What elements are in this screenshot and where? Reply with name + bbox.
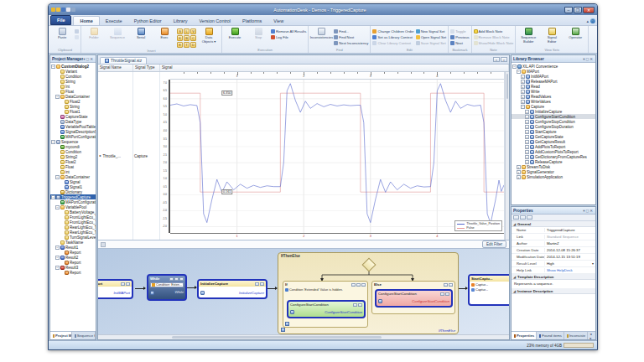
open-icon[interactable]: [56, 8, 60, 12]
next-inconsistency-button[interactable]: Next Inconsistency: [334, 40, 368, 45]
paste-button[interactable]: Paste: [51, 27, 73, 40]
tree-expander-icon[interactable]: +: [517, 170, 521, 174]
tree-expander-icon[interactable]: +: [521, 90, 525, 94]
tree-expander-icon[interactable]: −: [55, 246, 60, 250]
ribbon-tab-view[interactable]: View: [267, 17, 289, 25]
property-row-name[interactable]: NameTriggeredCapture: [512, 227, 595, 234]
plot-area[interactable]: 6.3500.161 Throttle_Valve_PositionPulse: [170, 80, 504, 233]
block-button-icon[interactable]: [353, 303, 357, 307]
tree-expander-icon[interactable]: +: [525, 125, 529, 129]
pane-minimize-icon[interactable]: ▫: [493, 57, 500, 62]
tree-expander-icon[interactable]: +: [525, 150, 529, 154]
tree-expander-icon[interactable]: +: [517, 175, 521, 179]
tile-c-button[interactable]: C: [190, 35, 196, 41]
plot-vertical-scrollbar[interactable]: [505, 72, 509, 240]
copy-button[interactable]: [75, 34, 79, 39]
inconsistencies-button[interactable]: Inconsistencies: [310, 27, 332, 40]
document-tab[interactable]: ThrottleSignal.stz: [100, 57, 147, 64]
tree-expander-icon[interactable]: −: [55, 95, 60, 99]
set-as-library-context-button[interactable]: Set as Library Context: [372, 34, 413, 39]
ribbon-tab-library[interactable]: Library: [168, 17, 194, 25]
flow-block-while[interactable]: While Condition: Exten... While: [147, 274, 187, 301]
ribbon-tab-python-editor[interactable]: Python Editor: [128, 17, 168, 25]
block-button-icon[interactable]: [444, 283, 448, 287]
property-row-author[interactable]: AuthorMartinZ: [512, 240, 595, 247]
column-signal[interactable]: Signal: [160, 65, 509, 71]
block-button-icon[interactable]: [361, 283, 366, 287]
tile-t-button[interactable]: T: [184, 42, 190, 48]
property-value[interactable]: Show HelpDesk: [545, 268, 595, 272]
remove-all-results-button[interactable]: Remove All Results: [271, 28, 306, 34]
tree-expander-icon[interactable]: +: [521, 95, 525, 99]
bottom-tab-sequence-hierarchy[interactable]: Sequence Hierarchy: [72, 332, 96, 339]
block-button-icon[interactable]: [449, 283, 453, 287]
title-bar[interactable]: AutomationDesk - Demos - TriggeredCaptur…: [49, 4, 597, 15]
tree-expander-icon[interactable]: +: [525, 160, 529, 164]
property-row-creation-date[interactable]: Creation Date2014-12-08 15:26:37: [512, 247, 595, 254]
save-icon[interactable]: [51, 8, 55, 12]
project-tree-item-triggeredcapture[interactable]: −TriggeredCapture: [50, 194, 96, 199]
tree-expander-icon[interactable]: +: [525, 120, 529, 124]
flow-block-configurestartcondition-if[interactable]: ConfigureStartCondition ConfigureStartCo…: [287, 300, 366, 318]
property-row-result-level[interactable]: Result LevelHigh: [512, 261, 595, 267]
tile-v-button[interactable]: V: [190, 28, 196, 34]
tile-b-button[interactable]: B: [184, 35, 190, 41]
tree-expander-icon[interactable]: −: [512, 65, 517, 69]
tree-expander-icon[interactable]: +: [521, 80, 525, 84]
project-tree-item-variablepooltable[interactable]: VariablePoolTable: [50, 124, 96, 129]
quick-access-toolbar[interactable]: [51, 8, 75, 12]
tree-expander-icon[interactable]: +: [525, 135, 529, 139]
tile-l-button[interactable]: L: [184, 28, 190, 34]
property-value[interactable]: High: [545, 261, 595, 266]
project-tree-item-customdialog2[interactable]: −CustomDialog2: [50, 64, 96, 69]
plot-ruler[interactable]: 1234: [170, 72, 504, 80]
column-signal-name[interactable]: Signal Name: [98, 65, 133, 71]
bottom-tab-project-manager[interactable]: Project Manager: [50, 332, 72, 339]
serial-button[interactable]: Serial: [130, 27, 152, 40]
help-icon[interactable]: ?: [590, 18, 595, 23]
block-button-icon[interactable]: [121, 282, 125, 286]
project-tree-item-datacontainer[interactable]: −DataContainer: [50, 94, 96, 99]
flow-branch-if[interactable]: If Condition 'Extended' Value is hidden.…: [283, 281, 368, 328]
project-tree-item-signaldescriptionset[interactable]: SignalDescriptionSet: [50, 129, 96, 134]
close-button[interactable]: ✕: [583, 7, 595, 13]
next-button[interactable]: Next: [450, 40, 469, 45]
ribbon-tab-home[interactable]: Home: [73, 16, 99, 25]
collapse-ribbon-icon[interactable]: ▴: [586, 18, 589, 23]
flow-block-startcapture[interactable]: StartCaptu... Captur...Captur...: [468, 274, 509, 306]
flow-block-configurestartcondition-else[interactable]: ConfigureStartCondition ConfigureStartCo…: [375, 289, 453, 308]
tree-expander-icon[interactable]: −: [55, 256, 60, 260]
categorize-icon[interactable]: [513, 215, 519, 220]
signal-row-name[interactable]: ►Throttle_...: [98, 72, 133, 240]
ribbon-tab-platforms[interactable]: Platforms: [236, 17, 267, 25]
tree-expander-icon[interactable]: +: [525, 115, 529, 119]
ribbon-tab-file[interactable]: File: [50, 15, 71, 25]
tree-expander-icon[interactable]: −: [51, 65, 55, 69]
block-button-icon[interactable]: [260, 282, 264, 286]
right-tab-inconsiste[interactable]: Inconsiste: [564, 332, 589, 339]
panel-buttons[interactable]: ▾◻✕: [83, 57, 94, 61]
tab-scroll-arrows[interactable]: ◂ ▸: [588, 332, 595, 339]
redo-icon[interactable]: [66, 8, 70, 12]
signal-row-type[interactable]: Capture: [133, 72, 160, 240]
flow-horizontal-scrollbar[interactable]: [98, 334, 509, 339]
tree-expander-icon[interactable]: −: [51, 140, 55, 144]
ribbon-tab-execute[interactable]: Execute: [100, 17, 128, 25]
log-file-button[interactable]: Log File: [271, 34, 306, 39]
sort-icon[interactable]: [520, 215, 526, 220]
block-button-icon[interactable]: [126, 282, 130, 286]
undo-icon[interactable]: [61, 8, 65, 12]
panel-buttons[interactable]: ▾◻✕: [583, 209, 594, 213]
tree-expander-icon[interactable]: −: [517, 70, 521, 74]
block-button-icon[interactable]: [255, 282, 259, 286]
find-button[interactable]: Find...: [334, 28, 368, 34]
change-children-order-button[interactable]: Change Children Order: [372, 28, 413, 34]
right-tab-properties[interactable]: Properties: [512, 332, 537, 339]
ribbon-tab-version-control[interactable]: Version Control: [193, 17, 236, 25]
flow-block-initializecapture[interactable]: InitializeCapture InitializeCapture: [197, 279, 267, 299]
property-row-help-link[interactable]: Help LinkShow HelpDesk: [512, 267, 595, 274]
panel-buttons[interactable]: ▾◻✕: [583, 57, 594, 61]
right-tab-found-items[interactable]: Found items: [537, 332, 564, 339]
signal-editor-button[interactable]: Signal Editor: [541, 27, 563, 44]
tree-expander-icon[interactable]: +: [525, 145, 529, 149]
